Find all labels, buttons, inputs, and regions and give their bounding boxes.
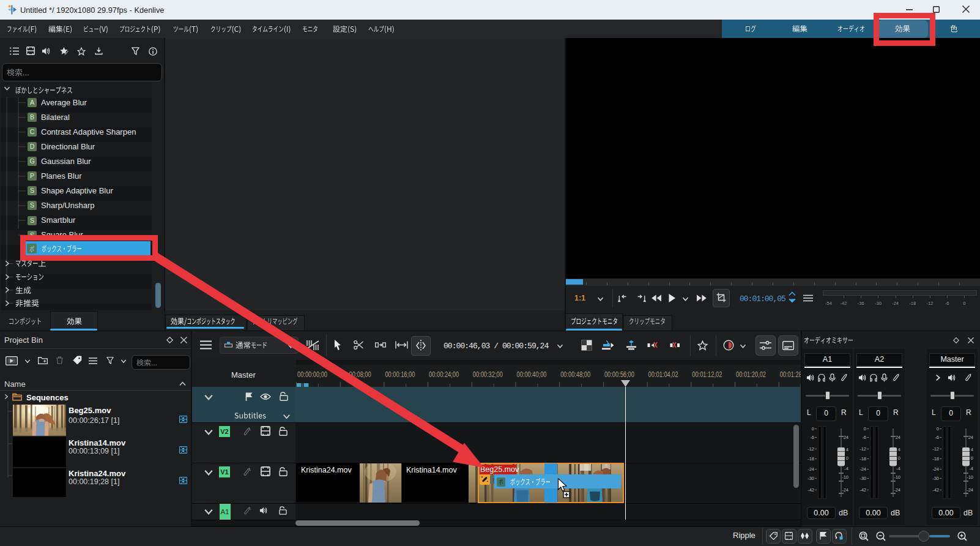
svg-text:-18: -18: [859, 456, 866, 462]
svg-text:00:01:12,02: 00:01:12,02: [692, 370, 722, 379]
svg-text:00:00:24;00: 00:00:24;00: [429, 370, 459, 379]
svg-text:0: 0: [971, 455, 973, 461]
svg-text:-24: -24: [859, 466, 866, 472]
svg-text:-24: -24: [842, 487, 848, 493]
svg-text:4: 4: [846, 447, 848, 452]
svg-text:-36: -36: [858, 301, 864, 306]
svg-text:-6: -6: [810, 435, 814, 440]
svg-text:-18: -18: [932, 456, 939, 462]
svg-text:-4: -4: [896, 466, 900, 471]
svg-text:-10: -10: [842, 474, 848, 480]
svg-text:-42: -42: [841, 301, 847, 306]
svg-text:00:00:16;00: 00:00:16;00: [385, 370, 415, 379]
svg-text:00:01:20,02: 00:01:20,02: [736, 370, 766, 379]
svg-text:-10: -10: [967, 474, 973, 480]
svg-text:0: 0: [846, 455, 848, 461]
svg-text:00:01:28,02: 00:01:28,02: [780, 370, 801, 379]
svg-text:00:00:00;00: 00:00:00;00: [297, 370, 327, 379]
svg-text:-24: -24: [894, 487, 900, 493]
svg-text:-42: -42: [859, 487, 866, 493]
svg-text:0: 0: [864, 426, 866, 432]
svg-text:-30: -30: [807, 476, 814, 481]
svg-text:-30: -30: [932, 476, 939, 481]
svg-text:-54: -54: [825, 301, 832, 306]
svg-text:00:00:40;00: 00:00:40;00: [517, 370, 547, 379]
svg-text:-24: -24: [892, 301, 899, 306]
svg-text:24: 24: [896, 435, 900, 440]
svg-text:-24: -24: [967, 487, 973, 493]
svg-text:0: 0: [963, 301, 965, 306]
svg-text:00:00:56;00: 00:00:56;00: [604, 370, 634, 379]
svg-text:-42: -42: [932, 487, 939, 493]
svg-text:0: 0: [898, 455, 900, 461]
svg-text:-12: -12: [932, 446, 939, 452]
svg-text:24: 24: [968, 435, 973, 440]
svg-text:-30: -30: [859, 476, 866, 481]
svg-text:00:00:48;00: 00:00:48;00: [560, 370, 590, 379]
svg-text:-30: -30: [875, 301, 882, 306]
svg-text:4: 4: [971, 447, 973, 452]
svg-text:-10: -10: [894, 474, 900, 480]
svg-text:-42: -42: [807, 487, 814, 493]
svg-text:-12: -12: [859, 446, 866, 452]
svg-text:-12: -12: [807, 446, 814, 452]
svg-text:0: 0: [937, 426, 939, 432]
svg-text:00:00:32;00: 00:00:32;00: [473, 370, 503, 379]
svg-text:-24: -24: [932, 466, 939, 472]
svg-text:-4: -4: [844, 466, 848, 471]
svg-text:00:01:04,02: 00:01:04,02: [648, 370, 678, 379]
svg-text:-6: -6: [935, 435, 939, 440]
svg-text:-6: -6: [862, 435, 866, 440]
svg-text:-6: -6: [945, 301, 949, 306]
svg-text:00:00:08;00: 00:00:08;00: [341, 370, 371, 379]
svg-text:-4: -4: [969, 466, 973, 471]
svg-text:4: 4: [898, 447, 900, 452]
svg-text:0: 0: [812, 426, 814, 432]
svg-text:24: 24: [844, 435, 848, 440]
svg-text:-24: -24: [807, 466, 814, 472]
svg-text:-18: -18: [807, 456, 814, 462]
svg-text:-12: -12: [927, 301, 934, 306]
svg-text:-18: -18: [909, 301, 916, 306]
